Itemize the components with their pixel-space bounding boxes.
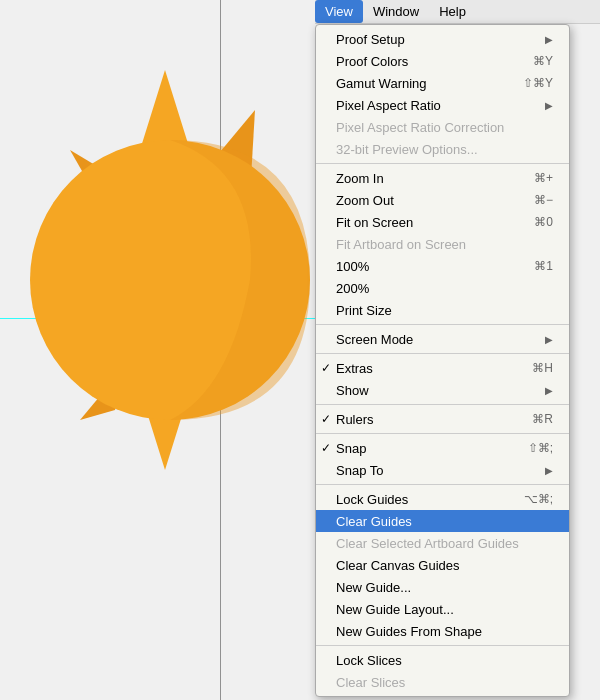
menubar: View Window Help — [315, 0, 600, 24]
menu-item-extras[interactable]: Extras ⌘H — [316, 357, 569, 379]
separator-2 — [316, 324, 569, 325]
menu-item-32bit-preview: 32-bit Preview Options... — [316, 138, 569, 160]
menu-item-snap-to[interactable]: Snap To ▶ — [316, 459, 569, 481]
menu-item-pixel-aspect-ratio[interactable]: Pixel Aspect Ratio ▶ — [316, 94, 569, 116]
menu-item-new-guide[interactable]: New Guide... — [316, 576, 569, 598]
menu-item-fit-on-screen[interactable]: Fit on Screen ⌘0 — [316, 211, 569, 233]
menu-item-screen-mode[interactable]: Screen Mode ▶ — [316, 328, 569, 350]
separator-4 — [316, 404, 569, 405]
separator-3 — [316, 353, 569, 354]
menu-item-print-size[interactable]: Print Size — [316, 299, 569, 321]
menu-item-rulers[interactable]: Rulers ⌘R — [316, 408, 569, 430]
menu-item-proof-setup[interactable]: Proof Setup ▶ — [316, 28, 569, 50]
menu-item-pixel-aspect-ratio-correction: Pixel Aspect Ratio Correction — [316, 116, 569, 138]
menu-item-new-guides-from-shape[interactable]: New Guides From Shape — [316, 620, 569, 642]
menu-item-lock-guides[interactable]: Lock Guides ⌥⌘; — [316, 488, 569, 510]
menu-item-new-guide-layout[interactable]: New Guide Layout... — [316, 598, 569, 620]
sun-illustration — [10, 50, 320, 610]
menu-item-zoom-in[interactable]: Zoom In ⌘+ — [316, 167, 569, 189]
menu-window[interactable]: Window — [363, 0, 429, 23]
menu-item-fit-artboard: Fit Artboard on Screen — [316, 233, 569, 255]
separator-1 — [316, 163, 569, 164]
menu-item-proof-colors[interactable]: Proof Colors ⌘Y — [316, 50, 569, 72]
separator-5 — [316, 433, 569, 434]
svg-marker-0 — [140, 70, 190, 150]
menu-item-snap[interactable]: Snap ⇧⌘; — [316, 437, 569, 459]
menu-item-100[interactable]: 100% ⌘1 — [316, 255, 569, 277]
menu-item-clear-guides[interactable]: Clear Guides — [316, 510, 569, 532]
menu-item-zoom-out[interactable]: Zoom Out ⌘− — [316, 189, 569, 211]
view-dropdown-menu: Proof Setup ▶ Proof Colors ⌘Y Gamut Warn… — [315, 24, 570, 697]
menu-item-lock-slices[interactable]: Lock Slices — [316, 649, 569, 671]
menu-view[interactable]: View — [315, 0, 363, 23]
menu-item-200[interactable]: 200% — [316, 277, 569, 299]
menu-item-clear-selected-artboard-guides: Clear Selected Artboard Guides — [316, 532, 569, 554]
menu-item-clear-canvas-guides[interactable]: Clear Canvas Guides — [316, 554, 569, 576]
menu-item-gamut-warning[interactable]: Gamut Warning ⇧⌘Y — [316, 72, 569, 94]
menu-item-clear-slices: Clear Slices — [316, 671, 569, 693]
menu-item-show[interactable]: Show ▶ — [316, 379, 569, 401]
separator-6 — [316, 484, 569, 485]
separator-7 — [316, 645, 569, 646]
menu-help[interactable]: Help — [429, 0, 476, 23]
